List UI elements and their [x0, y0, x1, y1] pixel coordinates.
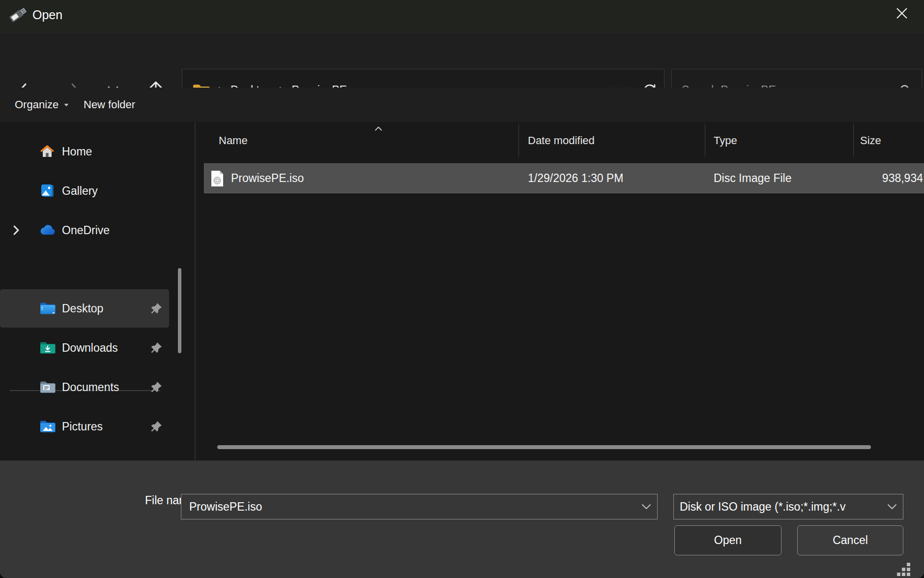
new-folder-label: New folder — [84, 98, 135, 111]
file-name-combobox — [181, 494, 658, 519]
file-row-selected[interactable]: ProwisePE.iso 1/29/2026 1:30 PM Disc Ima… — [204, 164, 924, 193]
title-bar: Open — [0, 0, 924, 33]
file-type-value: Disk or ISO image (*.iso;*.img;*.v — [680, 500, 845, 514]
sidebar-item-label: OneDrive — [62, 224, 110, 237]
pictures-folder-icon — [39, 420, 56, 433]
sidebar-item-label: Pictures — [62, 420, 103, 433]
column-header-name[interactable]: Name — [219, 124, 248, 157]
open-button-label: Open — [714, 534, 742, 547]
column-header-type[interactable]: Type — [714, 124, 737, 157]
gallery-icon — [39, 183, 55, 198]
column-header-size[interactable]: Size — [860, 124, 881, 157]
sidebar-item-desktop[interactable]: Desktop — [0, 289, 169, 328]
main-area: Home Gallery — [0, 122, 924, 460]
sidebar-item-label: Desktop — [62, 302, 103, 315]
organize-menu-button[interactable]: Organize — [15, 88, 69, 122]
open-dialog-window: Open — [0, 0, 924, 578]
command-bar: Organize New folder — [0, 88, 924, 122]
sidebar-item-pictures[interactable]: Pictures — [0, 407, 169, 446]
file-date-modified: 1/29/2026 1:30 PM — [528, 164, 623, 193]
pin-icon — [150, 341, 163, 354]
sidebar-scrollbar[interactable] — [178, 268, 181, 353]
pin-icon — [150, 381, 163, 394]
resize-grip[interactable] — [907, 573, 910, 576]
pin-icon — [150, 302, 163, 315]
pane-splitter[interactable] — [195, 122, 196, 460]
column-header-date-modified[interactable]: Date modified — [528, 124, 595, 157]
chevron-down-icon — [884, 504, 897, 510]
documents-folder-icon — [39, 380, 56, 394]
window-title: Open — [32, 0, 62, 30]
cancel-button[interactable]: Cancel — [797, 525, 903, 555]
file-name: ProwisePE.iso — [231, 164, 304, 193]
chevron-down-icon[interactable] — [641, 504, 651, 510]
organize-label: Organize — [15, 98, 58, 111]
sidebar-item-label: Documents — [62, 381, 119, 394]
sort-ascending-icon — [375, 124, 382, 133]
sidebar-item-home[interactable]: Home — [0, 132, 169, 171]
footer-panel: File name: Disk or ISO image (*.iso;*.im… — [0, 460, 924, 578]
new-folder-button[interactable]: New folder — [84, 88, 135, 122]
home-icon — [39, 144, 55, 159]
downloads-folder-icon — [39, 341, 56, 355]
sidebar-item-label: Gallery — [62, 184, 98, 198]
close-button[interactable] — [891, 3, 913, 24]
expand-chevron-icon[interactable] — [13, 225, 20, 236]
column-divider[interactable] — [853, 124, 854, 156]
sidebar-item-downloads[interactable]: Downloads — [0, 329, 169, 367]
sidebar-item-gallery[interactable]: Gallery — [0, 172, 169, 210]
file-type: Disc Image File — [714, 164, 791, 193]
disc-image-file-icon — [210, 164, 224, 193]
file-name-input[interactable] — [181, 500, 657, 514]
cancel-button-label: Cancel — [833, 534, 868, 547]
column-divider[interactable] — [519, 124, 519, 156]
close-icon — [895, 7, 908, 20]
navigation-bar: Desktop ProwisePE — [0, 33, 924, 88]
sidebar-item-label: Downloads — [62, 341, 118, 355]
column-divider[interactable] — [705, 124, 705, 156]
sidebar-item-label: Home — [62, 145, 92, 158]
horizontal-scrollbar[interactable] — [217, 445, 871, 449]
pin-icon — [150, 420, 163, 433]
sidebar-item-documents[interactable]: Documents — [0, 368, 169, 406]
file-size: 938,934 — [882, 164, 923, 193]
usb-drive-icon — [5, 3, 29, 28]
file-type-dropdown[interactable]: Disk or ISO image (*.iso;*.img;*.v — [673, 494, 903, 519]
desktop-folder-icon — [39, 302, 56, 315]
sidebar-item-onedrive[interactable]: OneDrive — [0, 211, 169, 249]
chevron-down-icon — [64, 103, 69, 106]
onedrive-icon — [39, 224, 56, 236]
navigation-pane: Home Gallery — [0, 122, 195, 460]
open-button[interactable]: Open — [674, 525, 781, 555]
